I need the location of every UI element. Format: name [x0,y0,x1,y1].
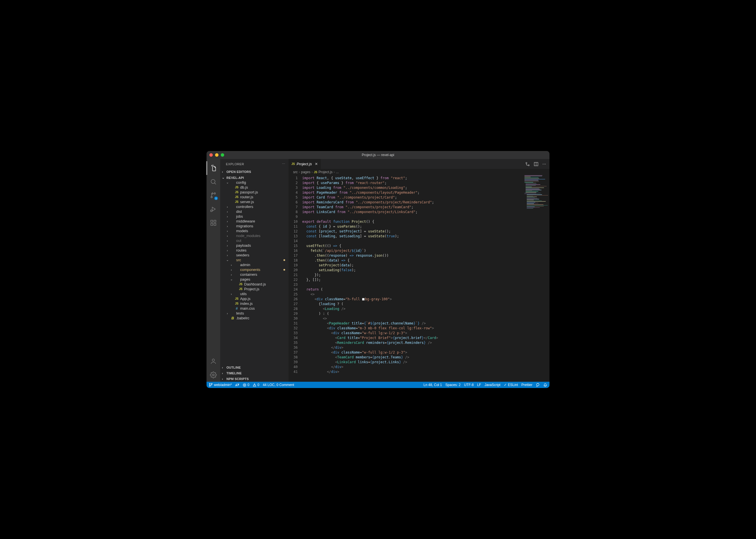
breadcrumb[interactable]: src›pages›JS Project.js›... [288,169,550,175]
js-file-icon: JS [291,162,295,166]
tree-item[interactable]: ›dist [220,209,288,214]
tree-item[interactable]: ›models [220,228,288,233]
tree-item[interactable]: ›migrations [220,224,288,228]
close-window-icon[interactable] [209,153,213,157]
vscode-window: Project.js — revel-api 1 [206,151,550,388]
tree-item[interactable]: ›controllers [220,204,288,209]
tree-item[interactable]: ⌄src [220,258,288,263]
file-tree: ⌄configJSdb.jsJSpassport.jsJSrouter.jsJS… [220,180,288,364]
tree-item[interactable]: ⌄pages [220,277,288,282]
tree-item[interactable]: JSpassport.js [220,190,288,194]
status-indent[interactable]: Spaces: 2 [445,383,461,387]
sidebar: EXPLORER ⋯ ›OPEN EDITORS ⌄REVEL-API ⌄con… [220,159,288,382]
svg-point-17 [537,383,539,386]
tree-item[interactable]: ›routes [220,248,288,253]
status-bell-icon[interactable] [543,383,547,387]
minimize-window-icon[interactable] [215,153,218,157]
tree-item[interactable]: ›jobs [220,214,288,219]
tree-item[interactable]: ›node_modules [220,233,288,238]
svg-point-1 [214,193,216,194]
status-bar: web/admin* 0 0 44 LOC, 0 Comment Ln 48, … [206,382,550,388]
svg-point-15 [211,383,212,385]
source-control-icon[interactable]: 1 [206,189,220,202]
status-eslint[interactable]: ✓ ESLint [504,383,518,387]
tab-label: Project.js [297,162,312,166]
tree-item[interactable]: B.babelrc [220,316,288,321]
tree-item[interactable]: ⌄config [220,180,288,185]
svg-point-14 [209,385,210,387]
more-actions-icon[interactable]: ⋯ [542,162,546,166]
status-prettier[interactable]: Prettier [521,383,532,387]
svg-rect-4 [211,220,213,222]
tree-item[interactable]: JSProject.js [220,287,288,291]
line-gutter: 1234567891011121314151617181920212223242… [288,175,302,382]
tree-item[interactable]: JSDashboard.js [220,282,288,287]
tree-item[interactable]: JSApp.js [220,296,288,301]
account-icon[interactable] [206,354,220,368]
activity-bar: 1 [206,159,220,382]
section-timeline[interactable]: ›TIMELINE [220,371,288,375]
maximize-window-icon[interactable] [221,153,224,157]
svg-point-3 [210,210,212,212]
extensions-icon[interactable] [206,216,220,230]
split-editor-icon[interactable] [534,162,538,166]
close-tab-icon[interactable]: ✕ [315,162,318,166]
tree-item[interactable]: JSserver.js [220,199,288,204]
status-encoding[interactable]: UTF-8 [464,383,474,387]
svg-point-0 [211,180,215,184]
tree-item[interactable]: JSdb.js [220,185,288,190]
more-icon[interactable]: ⋯ [282,162,285,166]
tree-item[interactable]: ›tests [220,311,288,316]
status-branch[interactable]: web/admin* [209,383,232,387]
svg-point-9 [212,374,214,376]
tree-item[interactable]: JSindex.js [220,301,288,306]
svg-point-10 [526,162,527,164]
svg-point-13 [209,383,210,385]
window-title: Project.js — revel-api [206,153,550,157]
tree-item[interactable]: ›seeders [220,253,288,258]
compare-changes-icon[interactable] [525,162,530,166]
status-loc[interactable]: 44 LOC, 0 Comment [263,383,294,387]
svg-rect-5 [211,223,213,225]
svg-rect-7 [214,220,216,222]
tab-bar: JS Project.js ✕ ⋯ [288,159,550,169]
status-position[interactable]: Ln 48, Col 1 [423,383,442,387]
tree-item[interactable]: ›components [220,267,288,272]
sidebar-title: EXPLORER [226,162,244,166]
status-problems[interactable]: 0 0 [243,383,260,387]
svg-point-11 [528,165,529,166]
svg-point-8 [212,359,214,361]
svg-rect-6 [214,223,216,225]
code-area[interactable]: import React, { useState, useEffect } fr… [302,175,550,382]
section-npm-scripts[interactable]: ›NPM SCRIPTS [220,377,288,381]
settings-gear-icon[interactable] [206,368,220,382]
status-feedback-icon[interactable] [536,383,540,387]
tree-item[interactable]: ›middleware [220,219,288,224]
section-project[interactable]: ⌄REVEL-API [220,175,288,180]
status-sync-icon[interactable] [235,383,239,387]
tree-item[interactable]: #main.css [220,306,288,311]
titlebar[interactable]: Project.js — revel-api [206,151,550,159]
section-outline[interactable]: ›OUTLINE [220,365,288,370]
tab-project-js[interactable]: JS Project.js ✕ [288,159,321,169]
tree-item[interactable]: JSrouter.js [220,194,288,199]
tree-item[interactable]: ›out [220,238,288,243]
explorer-icon[interactable] [206,161,220,175]
tree-item[interactable]: ›admin [220,263,288,267]
status-eol[interactable]: LF [477,383,481,387]
debug-icon[interactable] [206,202,220,216]
editor: JS Project.js ✕ ⋯ src›pages›JS Project.j… [288,159,550,382]
tree-item[interactable]: ›utils [220,291,288,296]
status-language[interactable]: JavaScript [485,383,500,387]
search-icon[interactable] [206,175,220,189]
svg-point-2 [211,196,212,198]
scm-badge: 1 [214,196,218,200]
section-open-editors[interactable]: ›OPEN EDITORS [220,170,288,174]
tree-item[interactable]: ›containers [220,272,288,277]
tree-item[interactable]: ›payloads [220,243,288,248]
